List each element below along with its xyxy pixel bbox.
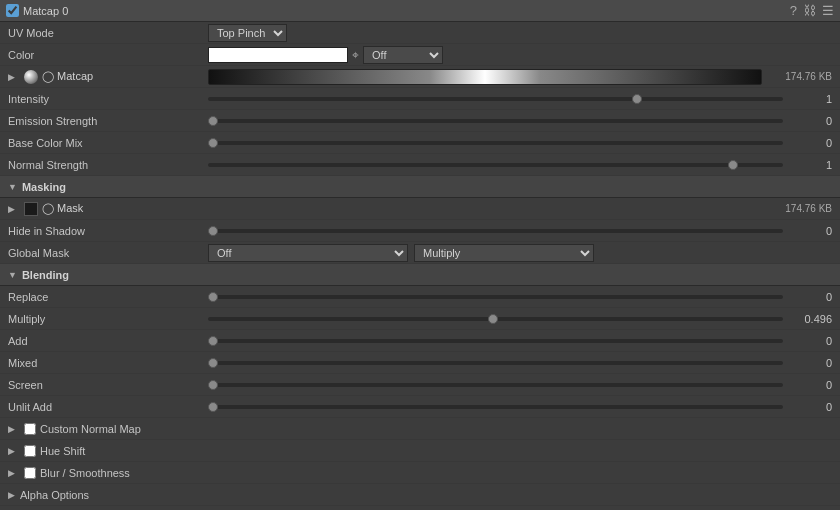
screen-label: Screen xyxy=(8,379,208,391)
blur-smoothness-checkbox[interactable] xyxy=(24,467,36,479)
masking-section-header[interactable]: ▼ Masking xyxy=(0,176,840,198)
add-slider[interactable] xyxy=(208,339,783,343)
intensity-slider-container xyxy=(208,97,783,101)
normal-strength-slider[interactable] xyxy=(208,163,783,167)
matcap-preview[interactable] xyxy=(208,69,762,85)
blending-section-label: Blending xyxy=(22,269,69,281)
blending-section-header[interactable]: ▼ Blending xyxy=(0,264,840,286)
uv-mode-controls: Top Pinch UV 0 UV 1 Sphere Cylinder xyxy=(208,24,832,42)
panel-header: Matcap 0 ? ⛓ ☰ xyxy=(0,0,840,22)
eyedropper-icon[interactable]: ⌖ xyxy=(352,48,359,62)
unlit-add-label: Unlit Add xyxy=(8,401,208,413)
emission-strength-slider[interactable] xyxy=(208,119,783,123)
custom-normal-map-label: Custom Normal Map xyxy=(40,423,141,435)
blur-smoothness-row[interactable]: ▶ Blur / Smoothness xyxy=(0,462,840,484)
color-row: Color ⌖ Off On xyxy=(0,44,840,66)
screen-controls: 0 xyxy=(208,379,832,391)
screen-slider[interactable] xyxy=(208,383,783,387)
global-mask-row: Global Mask Off 1234 Multiply Add Replac… xyxy=(0,242,840,264)
emission-strength-slider-container xyxy=(208,119,783,123)
unlit-add-slider[interactable] xyxy=(208,405,783,409)
hue-shift-label: Hue Shift xyxy=(40,445,85,457)
matcap-panel: Matcap 0 ? ⛓ ☰ UV Mode Top Pinch UV 0 UV… xyxy=(0,0,840,510)
help-icon[interactable]: ? xyxy=(790,3,797,18)
multiply-label: Multiply xyxy=(8,313,208,325)
normal-strength-row: Normal Strength 1 xyxy=(0,154,840,176)
intensity-row: Intensity 1 xyxy=(0,88,840,110)
multiply-slider[interactable] xyxy=(208,317,783,321)
mixed-slider-container xyxy=(208,361,783,365)
intensity-value: 1 xyxy=(787,93,832,105)
masking-collapse-icon: ▼ xyxy=(8,182,17,192)
matcap-label-area: ▶ ◯ Matcap xyxy=(8,70,208,84)
matcap-circle-icon xyxy=(24,70,38,84)
global-mask-off-dropdown[interactable]: Off 1234 xyxy=(208,244,408,262)
normal-strength-controls: 1 xyxy=(208,159,832,171)
hide-in-shadow-slider-container xyxy=(208,229,783,233)
replace-slider[interactable] xyxy=(208,295,783,299)
intensity-label: Intensity xyxy=(8,93,208,105)
custom-normal-map-row[interactable]: ▶ Custom Normal Map xyxy=(0,418,840,440)
multiply-value: 0.496 xyxy=(787,313,832,325)
multiply-controls: 0.496 xyxy=(208,313,832,325)
mixed-slider[interactable] xyxy=(208,361,783,365)
global-mask-label: Global Mask xyxy=(8,247,208,259)
menu-icon[interactable]: ☰ xyxy=(822,3,834,18)
hide-in-shadow-row: Hide in Shadow 0 xyxy=(0,220,840,242)
color-controls: ⌖ Off On xyxy=(208,46,832,64)
mixed-row: Mixed 0 xyxy=(0,352,840,374)
unlit-add-row: Unlit Add 0 xyxy=(0,396,840,418)
custom-normal-map-collapse-icon: ▶ xyxy=(8,424,15,434)
panel-enable-checkbox[interactable] xyxy=(6,4,19,17)
panel-content: UV Mode Top Pinch UV 0 UV 1 Sphere Cylin… xyxy=(0,22,840,510)
mixed-controls: 0 xyxy=(208,357,832,369)
add-row: Add 0 xyxy=(0,330,840,352)
mask-collapse-icon[interactable]: ▶ xyxy=(8,204,15,214)
mixed-label: Mixed xyxy=(8,357,208,369)
mask-swatch xyxy=(24,202,38,216)
normal-strength-slider-container xyxy=(208,163,783,167)
blur-smoothness-label: Blur / Smoothness xyxy=(40,467,130,479)
unlit-add-value: 0 xyxy=(787,401,832,413)
replace-row: Replace 0 xyxy=(0,286,840,308)
add-value: 0 xyxy=(787,335,832,347)
uv-mode-row: UV Mode Top Pinch UV 0 UV 1 Sphere Cylin… xyxy=(0,22,840,44)
screen-slider-container xyxy=(208,383,783,387)
hue-shift-row[interactable]: ▶ Hue Shift xyxy=(0,440,840,462)
hide-in-shadow-slider[interactable] xyxy=(208,229,783,233)
base-color-mix-label: Base Color Mix xyxy=(8,137,208,149)
base-color-mix-slider[interactable] xyxy=(208,141,783,145)
alpha-options-label: Alpha Options xyxy=(20,489,89,501)
multiply-row: Multiply 0.496 xyxy=(0,308,840,330)
unlit-add-slider-container xyxy=(208,405,783,409)
mask-item-label-area: ▶ ◯ Mask xyxy=(8,202,208,216)
intensity-controls: 1 xyxy=(208,93,832,105)
replace-controls: 0 xyxy=(208,291,832,303)
global-mask-multiply-dropdown[interactable]: Multiply Add Replace xyxy=(414,244,594,262)
masking-section-label: Masking xyxy=(22,181,66,193)
intensity-slider[interactable] xyxy=(208,97,783,101)
matcap-label: ◯ Matcap xyxy=(42,70,93,83)
mask-file-size: 174.76 KB xyxy=(762,203,832,214)
normal-strength-label: Normal Strength xyxy=(8,159,208,171)
hue-shift-collapse-icon: ▶ xyxy=(8,446,15,456)
matcap-row: ▶ ◯ Matcap 174.76 KB xyxy=(0,66,840,88)
hue-shift-checkbox[interactable] xyxy=(24,445,36,457)
alpha-options-row[interactable]: ▶ Alpha Options xyxy=(0,484,840,506)
color-swatch[interactable] xyxy=(208,47,348,63)
color-label: Color xyxy=(8,49,208,61)
custom-normal-map-checkbox[interactable] xyxy=(24,423,36,435)
add-slider-container xyxy=(208,339,783,343)
mask-item-row: ▶ ◯ Mask 174.76 KB xyxy=(0,198,840,220)
hide-in-shadow-label: Hide in Shadow xyxy=(8,225,208,237)
blur-smoothness-collapse-icon: ▶ xyxy=(8,468,15,478)
mask-item-label: ◯ Mask xyxy=(42,202,83,215)
uv-mode-dropdown[interactable]: Top Pinch UV 0 UV 1 Sphere Cylinder xyxy=(208,24,287,42)
color-off-dropdown[interactable]: Off On xyxy=(363,46,443,64)
replace-label: Replace xyxy=(8,291,208,303)
matcap-file-size: 174.76 KB xyxy=(762,71,832,82)
add-label: Add xyxy=(8,335,208,347)
matcap-collapse-icon[interactable]: ▶ xyxy=(8,72,15,82)
emission-strength-row: Emission Strength 0 xyxy=(0,110,840,132)
link-icon[interactable]: ⛓ xyxy=(803,3,816,18)
